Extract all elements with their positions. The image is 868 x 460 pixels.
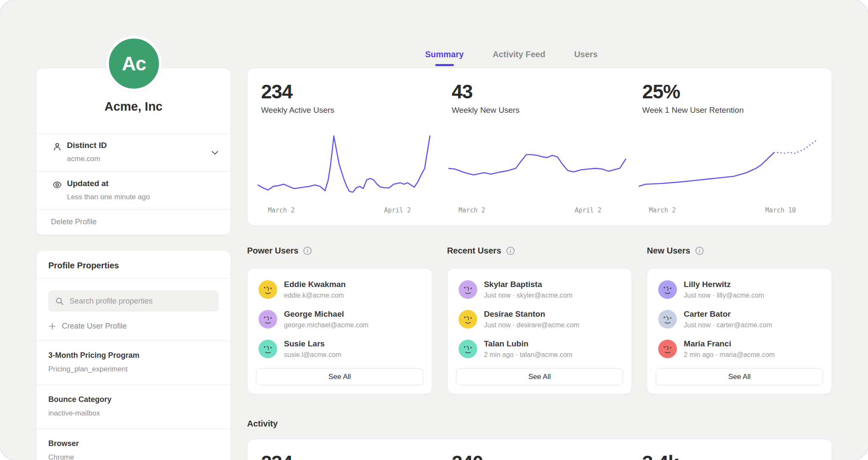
user-meta: 2 min ago · maria@acme.com	[684, 351, 775, 359]
user-avatar	[658, 280, 677, 299]
user-name: Susie Lars	[284, 339, 341, 348]
property-name: Bounce Category	[48, 394, 219, 404]
section-title: Power Users	[247, 246, 298, 256]
x-tick: March 2	[459, 206, 485, 214]
user-meta: eddie.k@acme.com	[284, 291, 346, 300]
divider	[36, 278, 231, 279]
user-list-item[interactable]: George Michaelgeorge.michael@acme.com	[259, 309, 421, 329]
user-avatar	[658, 310, 677, 329]
user-name: Lilly Herwitz	[684, 279, 764, 289]
see-all-button[interactable]: See All	[456, 368, 623, 385]
summary-stats-card: 234 Weekly Active Users March 2 April 2 …	[247, 68, 832, 226]
updated-at-row: Updated at Less than one minute ago	[36, 171, 231, 209]
sparkline-chart	[258, 130, 440, 202]
user-meta: george.michael@acme.com	[284, 321, 368, 329]
see-all-button[interactable]: See All	[656, 368, 823, 385]
profile-properties-title: Profile Properties	[36, 251, 231, 278]
user-meta: Just now · skyler@acme.com	[484, 291, 573, 300]
stat-value: 234	[261, 81, 437, 102]
stat-value: 25%	[642, 81, 818, 102]
avatar-face	[459, 340, 477, 358]
company-avatar: Ac	[106, 36, 162, 92]
delete-profile-button[interactable]: Delete Profile	[36, 209, 231, 235]
stat-label: Weekly Active Users	[261, 106, 437, 115]
see-all-button[interactable]: See All	[256, 368, 423, 385]
x-tick: March 10	[765, 206, 796, 214]
user-cards-row: Eddie Kwakmaneddie.k@acme.comGeorge Mich…	[247, 268, 832, 394]
tab-activity-feed[interactable]: Activity Feed	[492, 49, 545, 66]
activity-stat-value: 234	[261, 452, 437, 460]
info-icon[interactable]	[506, 246, 515, 255]
chevron-down-icon[interactable]	[210, 148, 220, 157]
stat-label: Weekly New Users	[452, 106, 628, 115]
stat-panel-weekly-active-users: 234 Weekly Active Users March 2 April 2	[261, 81, 437, 216]
property-value: Pricing_plan_experiment	[48, 365, 219, 374]
user-avatar	[259, 280, 277, 299]
user-list-item[interactable]: Eddie Kwakmaneddie.k@acme.com	[259, 279, 421, 300]
x-tick: March 2	[649, 206, 676, 214]
create-user-profile-button[interactable]: Create User Profile	[48, 322, 219, 331]
company-avatar-initials: Ac	[122, 52, 146, 75]
avatar-face	[459, 310, 477, 329]
info-icon[interactable]	[303, 246, 312, 255]
avatar-face	[259, 340, 277, 358]
x-tick: April 2	[384, 206, 411, 214]
avatar-face	[658, 310, 677, 329]
user-name: Carter Bator	[684, 309, 772, 319]
user-list-item[interactable]: Skylar BaptistaJust now · skyler@acme.co…	[459, 279, 621, 300]
activity-heading: Activity	[247, 419, 278, 429]
tab-users[interactable]: Users	[574, 49, 598, 66]
power-users-heading: Power Users	[247, 246, 432, 256]
user-meta: susie.l@acme.com	[284, 351, 341, 359]
user-name: Desirae Stanton	[484, 309, 579, 319]
eye-icon	[53, 180, 62, 190]
user-avatar	[259, 310, 277, 329]
power-users-card: Eddie Kwakmaneddie.k@acme.comGeorge Mich…	[247, 268, 432, 394]
avatar-face	[259, 310, 277, 329]
property-name: Browser	[48, 438, 219, 449]
create-user-profile-label: Create User Profile	[62, 322, 127, 331]
profile-properties-card: Profile Properties Create User Profile 3…	[36, 250, 231, 460]
user-avatar	[459, 340, 477, 358]
user-meta: Just now · lilly@acme.com	[684, 291, 764, 300]
user-list-item[interactable]: Lilly HerwitzJust now · lilly@acme.com	[658, 279, 821, 300]
activity-stat-value: 3.4k	[642, 452, 818, 460]
search-input[interactable]	[69, 296, 212, 306]
stat-label: Week 1 New User Retention	[642, 106, 818, 115]
field-label: Updated at	[67, 178, 220, 189]
new-users-heading: New Users	[647, 246, 832, 256]
property-item[interactable]: Browser Chrome	[36, 428, 231, 460]
tab-bar: Summary Activity Feed Users	[425, 49, 598, 66]
activity-stat-value: 240	[452, 452, 628, 460]
tab-summary[interactable]: Summary	[425, 49, 464, 66]
field-label: Distinct ID	[67, 140, 220, 151]
x-tick: April 2	[575, 206, 601, 214]
user-meta: Just now · desirare@acme.com	[484, 321, 579, 329]
profile-card: Acme, Inc Distinct ID acme.com Updated a…	[36, 68, 231, 235]
distinct-id-row: Distinct ID acme.com	[36, 133, 231, 171]
recent-users-heading: Recent Users	[447, 246, 632, 256]
user-meta: 2 min ago · talan@acme.com	[484, 351, 573, 359]
sparkline-chart	[639, 130, 821, 202]
section-title: Recent Users	[447, 246, 501, 256]
user-list-item[interactable]: Talan Lubin2 min ago · talan@acme.com	[459, 339, 621, 359]
user-name: George Michael	[284, 309, 368, 319]
x-tick: March 2	[268, 206, 295, 214]
user-name: Talan Lubin	[484, 339, 573, 348]
property-value: Chrome	[48, 453, 219, 460]
user-list-item[interactable]: Desirae StantonJust now · desirare@acme.…	[459, 309, 621, 329]
property-item[interactable]: Bounce Category inactive-mailbox	[36, 384, 231, 428]
avatar-face	[259, 280, 277, 299]
avatar-face	[459, 280, 477, 299]
activity-card: 234 240 3.4k	[247, 439, 832, 460]
person-icon	[53, 142, 62, 151]
user-meta: Just now · carter@acme.com	[684, 321, 772, 329]
stat-panel-weekly-new-users: 43 Weekly New Users March 2 April 2	[452, 81, 628, 216]
user-list-item[interactable]: Susie Larssusie.l@acme.com	[259, 339, 421, 359]
property-item[interactable]: 3-Month Pricing Program Pricing_plan_exp…	[36, 340, 231, 384]
user-list-item[interactable]: Carter BatorJust now · carter@acme.com	[658, 309, 821, 329]
user-list-item[interactable]: Maria Franci2 min ago · maria@acme.com	[658, 339, 821, 359]
info-icon[interactable]	[695, 246, 704, 255]
avatar-face	[658, 280, 677, 299]
property-value: inactive-mailbox	[48, 409, 219, 418]
